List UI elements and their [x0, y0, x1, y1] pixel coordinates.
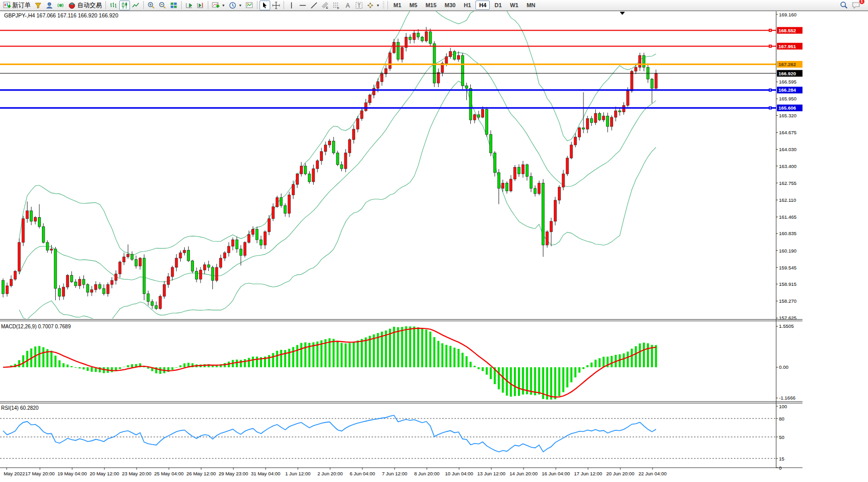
svg-text:165.320: 165.320 [779, 113, 796, 118]
candle [106, 284, 109, 294]
svg-text:167.951: 167.951 [778, 44, 796, 49]
candle [58, 288, 61, 296]
candle [296, 174, 298, 184]
svg-text:13 Jun 12:00: 13 Jun 12:00 [478, 471, 506, 476]
candle [465, 86, 468, 88]
candle [344, 153, 347, 169]
svg-text:165.950: 165.950 [779, 96, 796, 101]
price-axis[interactable]: 168.552167.951167.262166.284165.606166.9… [776, 12, 802, 321]
candle [655, 73, 657, 88]
candle [224, 253, 226, 258]
candle [353, 129, 355, 140]
candle [151, 302, 154, 306]
svg-text:167.262: 167.262 [778, 61, 796, 67]
candle [171, 267, 173, 277]
candle [482, 110, 484, 117]
candle [409, 37, 411, 39]
candle [570, 145, 573, 158]
candle [244, 242, 246, 256]
candle [163, 284, 166, 296]
chart-shift-marker[interactable] [620, 12, 625, 15]
candle [510, 179, 512, 191]
svg-text:31 May 04:00: 31 May 04:00 [251, 471, 280, 476]
rsi-label: RSI(14) 60.2820 [1, 405, 39, 411]
candle [228, 246, 230, 253]
svg-text:22 Jun 04:00: 22 Jun 04:00 [639, 471, 667, 476]
candle [264, 232, 266, 245]
time-axis[interactable]: May 202217 May 20:0019 May 04:0020 May 1… [4, 468, 666, 476]
candle [497, 173, 500, 188]
svg-text:-1.1666: -1.1666 [779, 395, 795, 401]
candle [618, 111, 621, 112]
svg-text:160.835: 160.835 [779, 230, 796, 236]
svg-text:26 May 12:00: 26 May 12:00 [186, 471, 216, 476]
candle [74, 282, 77, 286]
candle [360, 111, 363, 118]
horizontal-line-166.284[interactable] [0, 89, 776, 92]
candle [578, 128, 581, 137]
svg-text:23 May 20:00: 23 May 20:00 [122, 471, 151, 476]
svg-text:158.915: 158.915 [779, 281, 796, 287]
candle [473, 115, 476, 120]
candle [469, 88, 472, 120]
candle [260, 240, 263, 245]
candle [167, 277, 169, 284]
candle [433, 44, 436, 83]
candle [312, 169, 315, 182]
svg-text:164.675: 164.675 [779, 130, 796, 135]
svg-text:161.465: 161.465 [779, 214, 796, 220]
candle [437, 73, 440, 83]
candle [502, 183, 504, 188]
svg-text:14 Jun 20:00: 14 Jun 20:00 [510, 471, 538, 476]
candle [650, 79, 653, 88]
candle [252, 229, 254, 234]
horizontal-lines[interactable] [0, 29, 776, 109]
candle [127, 254, 129, 257]
candle [558, 187, 560, 200]
svg-text:20 Jun 20:00: 20 Jun 20:00 [606, 471, 635, 476]
candle [82, 279, 85, 284]
candle [292, 184, 295, 195]
candle [489, 134, 492, 153]
rsi-panel[interactable]: 1008050150RSI(14) 60.2820 [0, 404, 787, 471]
candle [328, 141, 331, 145]
candle [10, 279, 12, 286]
candle [6, 286, 8, 294]
candle [240, 249, 242, 256]
candle [357, 119, 359, 130]
candle [506, 183, 508, 191]
candle [304, 166, 307, 174]
candle [308, 174, 311, 181]
svg-text:0: 0 [779, 465, 782, 471]
rsi-line [3, 415, 656, 452]
horizontal-line-168.552[interactable] [0, 29, 776, 32]
candle [70, 275, 73, 282]
candle [643, 55, 645, 67]
candle [445, 57, 448, 64]
candle [256, 229, 258, 240]
svg-text:162.755: 162.755 [779, 180, 796, 186]
candle [235, 240, 238, 249]
candle [272, 207, 274, 219]
candles[interactable] [2, 27, 658, 310]
macd-panel[interactable]: 1.55050.00-1.1666MACD(12,26,9) 0.7007 0.… [1, 323, 795, 401]
candle [320, 152, 323, 161]
candle [574, 137, 577, 145]
candle [284, 205, 287, 213]
candle [18, 242, 20, 271]
candle [349, 140, 351, 153]
horizontal-line-165.606[interactable] [0, 107, 776, 110]
svg-text:17 May 20:00: 17 May 20:00 [25, 471, 55, 476]
candle [611, 117, 613, 127]
candle [562, 174, 565, 187]
candle [143, 258, 145, 294]
svg-text:25 May 04:00: 25 May 04:00 [154, 471, 184, 476]
candle [179, 253, 182, 258]
svg-text:162.110: 162.110 [779, 197, 796, 203]
candle [199, 270, 202, 279]
svg-text:166.284: 166.284 [778, 87, 796, 93]
horizontal-line-167.951[interactable] [0, 45, 776, 48]
chart-canvas[interactable]: GBPJPY-,H4 167.066 167.116 166.920 166.9… [0, 0, 868, 482]
candle [449, 51, 452, 56]
candle [62, 287, 65, 297]
